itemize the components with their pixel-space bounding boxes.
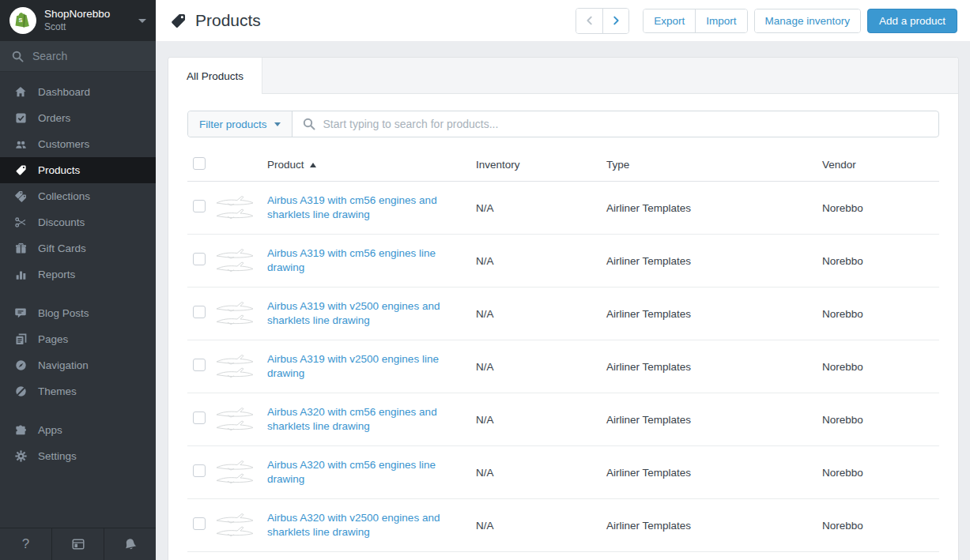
orders-icon (13, 112, 28, 125)
sidebar-item-label: Apps (38, 424, 62, 436)
products-table: Product Inventory Type Vendor Airbus A31… (187, 148, 939, 552)
product-thumbnail[interactable] (215, 406, 255, 433)
sidebar-item-apps[interactable]: Apps (0, 417, 156, 443)
sidebar-item-navigation[interactable]: Navigation (0, 352, 156, 378)
sidebar-search-input[interactable] (32, 50, 135, 62)
page-header: Products Export Import Manage inventory … (156, 0, 970, 41)
chevron-right-icon (610, 15, 621, 26)
shop-name: ShopNorebbo (44, 8, 110, 21)
table-body: Airbus A319 with cm56 engines and sharkl… (187, 182, 939, 552)
sidebar-item-products[interactable]: Products (0, 157, 156, 183)
airplane-sketch-icon (215, 459, 255, 486)
column-header-vendor[interactable]: Vendor (822, 159, 939, 171)
table-row: Airbus A319 with v2500 engines line draw… (187, 340, 939, 393)
product-link[interactable]: Airbus A320 with cm56 engines and sharkl… (267, 405, 449, 434)
inventory-cell: N/A (476, 520, 606, 532)
storefront-icon[interactable] (52, 528, 104, 560)
bar-chart-icon (13, 269, 28, 281)
sidebar-item-label: Dashboard (38, 86, 90, 98)
sidebar-item-gift-cards[interactable]: Gift Cards (0, 235, 156, 261)
product-link[interactable]: Airbus A320 with cm56 engines line drawi… (267, 458, 449, 487)
inventory-cell: N/A (476, 361, 606, 373)
sidebar-item-label: Themes (38, 385, 77, 397)
table-row: Airbus A320 with cm56 engines and sharkl… (187, 393, 939, 446)
vendor-cell: Norebbo (822, 308, 939, 320)
row-checkbox[interactable] (193, 517, 206, 530)
product-link[interactable]: Airbus A319 with cm56 engines and sharkl… (267, 194, 449, 222)
airplane-sketch-icon (215, 353, 255, 380)
sidebar-item-label: Products (38, 164, 80, 176)
filter-products-button[interactable]: Filter products (188, 111, 293, 137)
import-button[interactable]: Import (695, 9, 746, 32)
next-page-button[interactable] (602, 9, 628, 33)
prev-page-button[interactable] (576, 9, 602, 33)
speech-bubble-icon (13, 307, 28, 320)
brush-icon (13, 385, 28, 398)
sidebar-item-label: Pages (38, 333, 68, 345)
tab-all-products[interactable]: All Products (168, 58, 262, 94)
sidebar-item-label: Settings (38, 450, 77, 462)
column-header-inventory[interactable]: Inventory (476, 159, 606, 171)
product-search (293, 111, 938, 137)
chevron-down-icon[interactable] (138, 19, 146, 23)
notifications-icon[interactable] (104, 528, 156, 560)
product-link[interactable]: Airbus A319 with v2500 engines line draw… (267, 352, 449, 381)
product-thumbnail[interactable] (215, 512, 255, 539)
row-checkbox[interactable] (193, 306, 206, 318)
column-header-product[interactable]: Product (267, 159, 476, 171)
chevron-down-icon (274, 122, 281, 126)
product-thumbnail[interactable] (215, 300, 255, 327)
product-link[interactable]: Airbus A319 with cm56 engines line drawi… (267, 246, 449, 275)
sidebar-item-collections[interactable]: Collections (0, 183, 156, 209)
product-thumbnail[interactable] (215, 247, 255, 274)
select-all-checkbox[interactable] (193, 157, 206, 170)
sidebar-item-blog-posts[interactable]: Blog Posts (0, 300, 156, 326)
row-checkbox[interactable] (193, 412, 206, 424)
help-glyph: ? (22, 536, 29, 552)
product-link[interactable]: Airbus A319 with v2500 engines and shark… (267, 299, 449, 328)
sidebar-item-customers[interactable]: Customers (0, 131, 156, 157)
shop-switcher[interactable]: S ShopNorebbo Scott (0, 0, 156, 41)
sidebar-item-orders[interactable]: Orders (0, 105, 156, 131)
tab-strip: All Products (168, 58, 958, 94)
manage-inventory-group: Manage inventory (754, 9, 861, 33)
add-product-button[interactable]: Add a product (867, 9, 957, 33)
airplane-sketch-icon (215, 300, 255, 327)
sidebar-item-themes[interactable]: Themes (0, 378, 156, 404)
export-button[interactable]: Export (644, 9, 695, 32)
row-checkbox[interactable] (193, 359, 206, 371)
type-cell: Airliner Templates (606, 414, 822, 426)
row-checkbox[interactable] (193, 464, 206, 477)
sidebar-item-dashboard[interactable]: Dashboard (0, 79, 156, 105)
product-thumbnail[interactable] (215, 194, 255, 221)
manage-inventory-button[interactable]: Manage inventory (755, 9, 860, 32)
tag-icon (170, 13, 187, 29)
sidebar-item-discounts[interactable]: Discounts (0, 209, 156, 235)
sidebar-search[interactable] (0, 41, 156, 72)
product-search-input[interactable] (323, 118, 928, 130)
table-row: Airbus A319 with v2500 engines and shark… (187, 288, 939, 340)
vendor-cell: Norebbo (822, 414, 939, 426)
export-import-group: Export Import (643, 9, 747, 33)
help-icon[interactable]: ? (0, 528, 52, 560)
type-cell: Airliner Templates (606, 202, 822, 214)
row-checkbox[interactable] (193, 200, 206, 212)
sidebar-item-label: Customers (38, 138, 89, 150)
airplane-sketch-icon (215, 247, 255, 274)
column-header-type[interactable]: Type (606, 159, 822, 171)
filter-products-label: Filter products (199, 118, 267, 130)
product-link[interactable]: Airbus A320 with v2500 engines and shark… (267, 511, 449, 539)
sidebar-item-reports[interactable]: Reports (0, 261, 156, 288)
sort-asc-icon (310, 163, 316, 167)
gear-icon (13, 450, 28, 463)
product-thumbnail[interactable] (215, 459, 255, 486)
nav-group: Blog PostsPagesNavigationThemes (0, 300, 156, 404)
inventory-cell: N/A (476, 414, 606, 426)
product-thumbnail[interactable] (215, 353, 255, 380)
sidebar-item-label: Reports (38, 269, 75, 280)
sidebar-item-settings[interactable]: Settings (0, 443, 156, 469)
main-area: Products Export Import Manage inventory … (156, 0, 970, 560)
inventory-cell: N/A (476, 255, 606, 267)
sidebar-item-pages[interactable]: Pages (0, 326, 156, 352)
row-checkbox[interactable] (193, 253, 206, 265)
